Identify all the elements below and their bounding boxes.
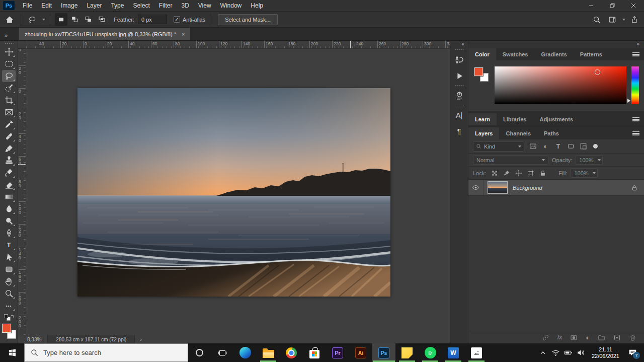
quick-selection-tool[interactable] — [2, 82, 16, 94]
menu-item-view[interactable]: View — [194, 1, 216, 11]
character-panel-icon[interactable]: A| — [452, 108, 466, 122]
rectangular-marquee-tool[interactable] — [2, 58, 16, 70]
frame-tool[interactable] — [2, 106, 16, 118]
tab-gradients[interactable]: Gradients — [534, 48, 573, 60]
tab-color[interactable]: Color — [468, 48, 496, 60]
layer-effects-icon[interactable]: fx — [557, 334, 562, 341]
anti-alias-checkbox[interactable]: ✓ — [174, 16, 180, 23]
lock-all-icon[interactable] — [538, 170, 547, 177]
tab-libraries[interactable]: Libraries — [497, 113, 533, 125]
feather-input[interactable] — [138, 15, 167, 24]
menu-item-filter[interactable]: Filter — [154, 1, 177, 11]
smart-object-filter-icon[interactable] — [579, 142, 588, 150]
select-and-mask-button[interactable]: Select and Mask... — [218, 14, 278, 25]
layer-group-icon[interactable] — [598, 334, 605, 341]
lock-transparency-icon[interactable] — [490, 170, 499, 177]
layer-mask-icon[interactable] — [570, 334, 578, 341]
rectangle-tool[interactable] — [2, 263, 16, 275]
saturation-brightness-field[interactable] — [495, 66, 626, 104]
lock-artboard-icon[interactable] — [526, 170, 535, 177]
taskbar-app-sticky-notes[interactable] — [395, 343, 419, 362]
menu-item-window[interactable]: Window — [216, 1, 247, 11]
layer-name[interactable]: Background — [513, 185, 542, 191]
zoom-tool[interactable] — [2, 287, 16, 300]
panel-menu-icon[interactable] — [632, 52, 639, 56]
battery-icon[interactable] — [562, 348, 575, 357]
subtract-from-selection-icon[interactable] — [82, 13, 95, 26]
close-button[interactable] — [623, 0, 644, 11]
layer-filter-toggle[interactable] — [593, 144, 598, 149]
canvas-pasteboard[interactable] — [26, 49, 450, 335]
type-tool[interactable]: T — [2, 239, 16, 251]
wifi-icon[interactable] — [549, 348, 562, 357]
history-panel-icon[interactable] — [452, 53, 466, 67]
home-icon[interactable] — [3, 13, 16, 26]
tab-close-icon[interactable]: × — [182, 31, 185, 37]
taskbar-app-photoshop[interactable]: Ps — [372, 343, 395, 362]
crop-tool[interactable] — [2, 94, 16, 106]
taskbar-search[interactable] — [24, 343, 188, 362]
lock-paint-icon[interactable] — [502, 170, 511, 177]
lasso-tool[interactable] — [2, 70, 16, 82]
hand-tool[interactable] — [2, 275, 16, 287]
default-colors-icon[interactable] — [3, 314, 16, 321]
menu-item-edit[interactable]: Edit — [37, 1, 56, 11]
restore-button[interactable] — [602, 0, 623, 11]
chevron-down-icon[interactable] — [622, 19, 625, 21]
tab-paths[interactable]: Paths — [537, 127, 566, 139]
tab-adjustments[interactable]: Adjustments — [533, 113, 580, 125]
menu-item-3d[interactable]: 3D — [177, 1, 193, 11]
taskbar-app-photos[interactable] — [465, 343, 488, 362]
panel-grip[interactable] — [5, 43, 14, 44]
move-tool[interactable] — [2, 46, 16, 58]
lock-position-icon[interactable] — [514, 170, 523, 177]
panel-menu-icon[interactable] — [632, 131, 639, 135]
menu-item-help[interactable]: Help — [246, 1, 268, 11]
blend-mode-select[interactable]: Normal — [473, 155, 548, 165]
layer-filter-kind-select[interactable]: Kind — [473, 141, 524, 152]
document-canvas[interactable] — [77, 88, 390, 297]
layer-locked-icon[interactable] — [631, 184, 638, 191]
tab-swatches[interactable]: Swatches — [496, 48, 535, 60]
photoshop-logo[interactable]: Ps — [3, 1, 15, 10]
taskbar-app-word[interactable]: W — [442, 343, 465, 362]
menu-item-type[interactable]: Type — [106, 1, 128, 11]
tab-patterns[interactable]: Patterns — [574, 48, 609, 60]
intersect-selection-icon[interactable] — [96, 13, 108, 26]
taskbar-app-microsoft-store[interactable] — [303, 343, 326, 362]
task-view-button[interactable] — [211, 343, 233, 362]
hue-slider[interactable] — [631, 66, 639, 104]
taskbar-app-spotify[interactable] — [419, 343, 442, 362]
brush-tool[interactable] — [2, 142, 16, 155]
tray-chevron-icon[interactable] — [537, 349, 549, 356]
eraser-tool[interactable] — [2, 179, 16, 191]
taskbar-app-file-explorer[interactable] — [257, 343, 280, 362]
collapse-panels-icon[interactable]: « — [450, 41, 468, 48]
start-button[interactable] — [0, 343, 24, 362]
taskbar-app-illustrator[interactable]: Ai — [349, 343, 372, 362]
tab-layers[interactable]: Layers — [468, 127, 499, 139]
spot-healing-brush-tool[interactable] — [2, 130, 16, 142]
cortana-button[interactable] — [188, 343, 211, 362]
share-icon[interactable] — [628, 13, 641, 26]
new-layer-icon[interactable] — [613, 334, 621, 341]
workspace-icon[interactable] — [606, 13, 619, 26]
ruler-origin[interactable] — [18, 41, 26, 49]
vertical-ruler[interactable]: 4 02 002 04 06 08 01 0 01 2 01 4 01 6 01… — [18, 49, 26, 335]
adjustment-layer-icon[interactable]: ◐ — [586, 334, 590, 341]
document-tab[interactable]: zhouxing-lu-xwTDCS4u1FU-unsplash.jpg @ 8… — [19, 28, 190, 40]
menu-item-image[interactable]: Image — [56, 1, 82, 11]
dodge-tool[interactable] — [2, 215, 16, 227]
link-layers-icon[interactable] — [542, 334, 549, 341]
opacity-input[interactable]: 100% — [576, 155, 603, 165]
pen-tool[interactable] — [2, 227, 16, 239]
history-brush-tool[interactable] — [2, 167, 16, 179]
swap-colors-icon[interactable] — [10, 314, 16, 320]
path-selection-tool[interactable] — [2, 251, 16, 263]
action-center-button[interactable]: 7 — [624, 348, 641, 357]
search-icon[interactable] — [590, 13, 603, 26]
status-expand-icon[interactable]: › — [135, 336, 147, 342]
add-to-selection-icon[interactable] — [68, 13, 81, 26]
chevron-down-icon[interactable] — [42, 19, 45, 21]
paragraph-panel-icon[interactable]: ¶ — [452, 124, 466, 138]
